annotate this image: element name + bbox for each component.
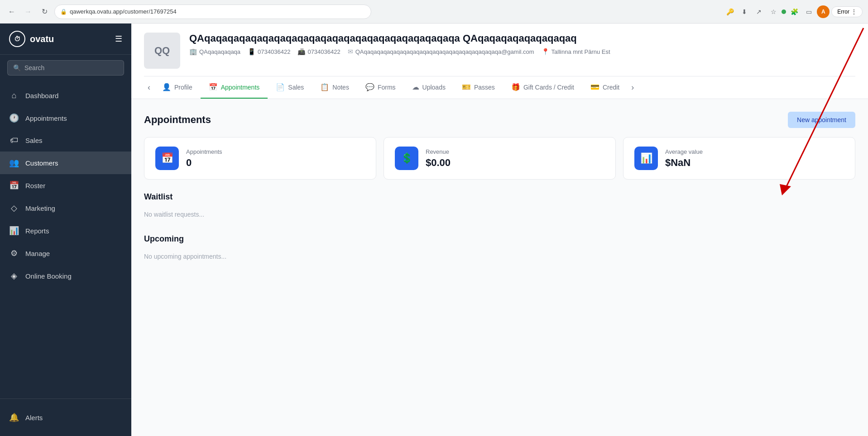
- profile-tab-label: Profile: [174, 84, 192, 91]
- upcoming-section: Upcoming No upcoming appointments...: [144, 234, 855, 264]
- download-icon[interactable]: ⬇: [738, 5, 751, 18]
- sidebar-item-marketing[interactable]: ◇ Marketing: [0, 197, 131, 219]
- customer-initials: QQ: [154, 45, 170, 57]
- alerts-icon: 🔔: [9, 412, 19, 422]
- sidebar-item-label: Marketing: [25, 204, 55, 212]
- profile-tab-icon: 👤: [162, 83, 171, 91]
- url-text: qawerkqa.ovatu.app/customer/17697254: [70, 8, 177, 15]
- ovatu-logo-icon: ⏱: [9, 31, 25, 47]
- average-stat-label: Average value: [665, 148, 703, 155]
- waitlist-empty: No waitlist requests...: [144, 207, 855, 222]
- error-menu-icon: ⋮: [851, 9, 857, 15]
- key-icon[interactable]: 🔑: [724, 5, 736, 18]
- appointments-icon: 🕐: [9, 113, 19, 123]
- tab-notes[interactable]: 📋 Notes: [312, 76, 357, 99]
- sidebar-logo-text: ovatu: [30, 34, 54, 44]
- tabs-next-button[interactable]: ›: [628, 83, 638, 92]
- sidebar-item-alerts[interactable]: 🔔 Alerts: [0, 406, 131, 429]
- tab-credit[interactable]: 💳 Credit: [582, 76, 628, 99]
- sidebar-item-label: Dashboard: [25, 92, 58, 100]
- credit-tab-label: Credit: [603, 84, 619, 91]
- sidebar-search[interactable]: 🔍 Search: [7, 60, 124, 76]
- credit-tab-icon: 💳: [590, 83, 599, 91]
- revenue-stat-label: Revenue: [426, 148, 451, 155]
- sidebar-item-online-booking[interactable]: ◈ Online Booking: [0, 265, 131, 287]
- dashboard-icon: ⌂: [9, 91, 19, 100]
- tabs-prev-button[interactable]: ‹: [144, 83, 154, 92]
- revenue-stat-icon: 💲: [395, 147, 418, 170]
- average-stat-value: $NaN: [665, 157, 703, 169]
- waitlist-title: Waitlist: [144, 192, 855, 202]
- customer-avatar: QQ: [144, 33, 180, 69]
- search-icon: 🔍: [13, 64, 21, 71]
- sidebar-item-label: Manage: [25, 250, 50, 257]
- sidebar-hamburger-button[interactable]: ☰: [115, 34, 122, 44]
- fax-icon: 📠: [297, 48, 305, 55]
- tab-uploads[interactable]: ☁ Uploads: [404, 76, 454, 99]
- appointments-stat-icon: 📅: [155, 147, 179, 170]
- customer-meta: 🏢 QAqaqaqaqaqa 📱 0734036422 📠 0734036422: [189, 48, 855, 55]
- reports-icon: 📊: [9, 226, 19, 236]
- tab-profile[interactable]: 👤 Profile: [154, 76, 201, 99]
- search-label: Search: [24, 64, 44, 71]
- sidebar-item-reports[interactable]: 📊 Reports: [0, 219, 131, 242]
- sidebar-item-sales[interactable]: 🏷 Sales: [0, 129, 131, 152]
- customers-icon: 👥: [9, 158, 19, 168]
- bookmark-icon[interactable]: ☆: [767, 5, 780, 18]
- forms-tab-label: Forms: [378, 84, 396, 91]
- tab-giftcards[interactable]: 🎁 Gift Cards / Credit: [503, 76, 582, 99]
- customer-details: QAqaqaqaqaqaqaqaqaqaqaqaqaqaqaqaqaqaqaqa…: [189, 33, 855, 55]
- sales-icon: 🏷: [9, 136, 19, 145]
- sidebar-item-label: Appointments: [25, 114, 67, 122]
- sidebar-item-customers[interactable]: 👥 Customers: [0, 152, 131, 174]
- customer-phone2: 📠 0734036422: [297, 48, 340, 55]
- passes-tab-label: Passes: [474, 84, 495, 91]
- sidebar-item-appointments[interactable]: 🕐 Appointments: [0, 107, 131, 129]
- sidebar-item-manage[interactable]: ⚙ Manage: [0, 242, 131, 265]
- page-body: Appointments New appointment 📅 Appointme…: [131, 99, 868, 436]
- reload-button[interactable]: ↻: [38, 5, 51, 18]
- giftcards-tab-label: Gift Cards / Credit: [523, 84, 574, 91]
- forward-button[interactable]: →: [22, 5, 34, 18]
- revenue-stat-value: $0.00: [426, 157, 451, 169]
- customer-address: 📍 Tallinna mnt Pärnu Est: [542, 48, 610, 55]
- waitlist-section: Waitlist No waitlist requests...: [144, 192, 855, 222]
- sidebar-header: ⏱ ovatu ☰: [0, 24, 131, 55]
- customer-info-row: QQ QAqaqaqaqaqaqaqaqaqaqaqaqaqaqaqaqaqaq…: [144, 33, 855, 74]
- appointments-stat-value: 0: [186, 157, 222, 169]
- share-icon[interactable]: ↗: [753, 5, 765, 18]
- sales-tab-icon: 📄: [276, 83, 285, 91]
- average-stat-info: Average value $NaN: [665, 148, 703, 169]
- notes-tab-label: Notes: [332, 84, 349, 91]
- tablet-icon[interactable]: ▭: [802, 5, 815, 18]
- tab-forms[interactable]: 💬 Forms: [357, 76, 404, 99]
- sidebar-item-roster[interactable]: 📅 Roster: [0, 174, 131, 197]
- sidebar-item-label: Online Booking: [25, 272, 72, 280]
- tab-passes[interactable]: 🎫 Passes: [454, 76, 503, 99]
- customer-header: QQ QAqaqaqaqaqaqaqaqaqaqaqaqaqaqaqaqaqaq…: [131, 24, 868, 99]
- browser-actions: 🔑 ⬇ ↗ ☆ 🧩 ▭ A Error ⋮: [724, 5, 863, 18]
- tab-sales[interactable]: 📄 Sales: [268, 76, 312, 99]
- error-button[interactable]: Error ⋮: [831, 6, 863, 17]
- customer-phone1: 📱 0734036422: [248, 48, 290, 55]
- sidebar-item-label: Roster: [25, 182, 45, 190]
- stats-grid: 📅 Appointments 0 💲 Revenue $0.00 📊 Avera…: [144, 137, 855, 180]
- upcoming-title: Upcoming: [144, 234, 855, 244]
- appointments-tab-icon: 📅: [209, 83, 218, 91]
- extensions-icon[interactable]: 🧩: [788, 5, 801, 18]
- sidebar-item-dashboard[interactable]: ⌂ Dashboard: [0, 85, 131, 107]
- appointments-stat-info: Appointments 0: [186, 148, 222, 169]
- back-button[interactable]: ←: [5, 5, 18, 18]
- stat-card-revenue: 💲 Revenue $0.00: [384, 137, 616, 180]
- browser-chrome: ← → ↻ 🔒 qawerkqa.ovatu.app/customer/1769…: [0, 0, 868, 24]
- customer-email: ✉ QAqaqaqaqaqaqaqaqaqaqaqaqaqaqaqaqaqaqa…: [348, 48, 534, 55]
- new-appointment-button[interactable]: New appointment: [788, 112, 855, 128]
- manage-icon: ⚙: [9, 248, 19, 258]
- email-icon: ✉: [348, 48, 353, 55]
- tab-appointments[interactable]: 📅 Appointments: [201, 76, 268, 99]
- address-bar[interactable]: 🔒 qawerkqa.ovatu.app/customer/17697254: [54, 5, 371, 19]
- customer-name: QAqaqaqaqaqaqaqaqaqaqaqaqaqaqaqaqaqaqaqa…: [189, 33, 855, 44]
- roster-icon: 📅: [9, 180, 19, 190]
- green-dot-icon: [782, 9, 786, 14]
- business-icon: 🏢: [189, 48, 197, 55]
